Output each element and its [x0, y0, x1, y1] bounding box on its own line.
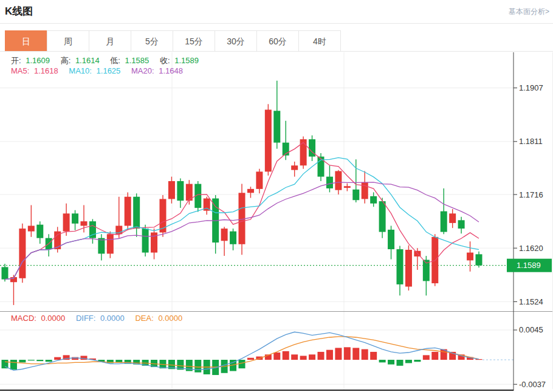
tab-item-2[interactable]: 月 [89, 30, 131, 52]
svg-text:0.0045: 0.0045 [519, 325, 543, 334]
svg-text:1.1589: 1.1589 [517, 261, 541, 270]
svg-text:1.1716: 1.1716 [519, 190, 543, 199]
macd-chart[interactable]: 0.0045-0.0037 [0, 311, 553, 392]
title-divider [0, 23, 553, 24]
tab-item-7[interactable]: 4时 [298, 30, 341, 52]
tab-item-3[interactable]: 5分 [131, 30, 173, 52]
svg-text:1.1524: 1.1524 [519, 297, 543, 306]
tab-item-1[interactable]: 周 [47, 30, 89, 52]
svg-text:1.1620: 1.1620 [519, 244, 543, 253]
tab-item-4[interactable]: 15分 [173, 30, 215, 52]
tab-item-0[interactable]: 日 [5, 30, 47, 52]
tab-bar: 日周月5分15分30分60分4时 [5, 30, 341, 52]
svg-text:1.1811: 1.1811 [519, 137, 543, 146]
candlestick-chart[interactable]: 1.19071.18111.17161.16201.15241.1589 [0, 52, 553, 311]
fundamental-analysis-link[interactable]: 基本面分析> [509, 7, 549, 17]
tab-item-5[interactable]: 30分 [215, 30, 257, 52]
page-title: K线图 [5, 4, 33, 18]
tab-item-6[interactable]: 60分 [256, 30, 299, 52]
svg-text:-0.0037: -0.0037 [519, 380, 546, 389]
tab-bar-bottom-border [0, 51, 553, 52]
svg-text:1.1907: 1.1907 [519, 83, 543, 92]
kline-page: K线图 基本面分析> 日周月5分15分30分60分4时 1.19071.1811… [0, 0, 553, 392]
